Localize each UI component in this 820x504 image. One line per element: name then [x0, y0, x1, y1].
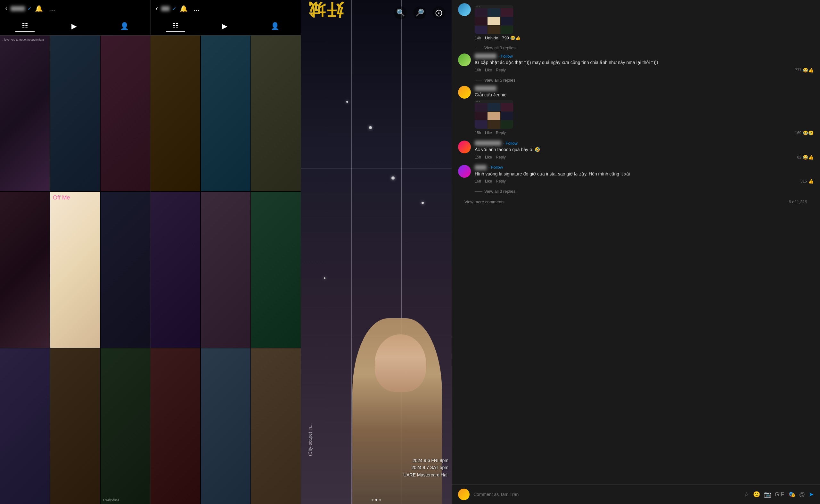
comment-4-like[interactable]: Like [485, 179, 492, 183]
left-grid-icon[interactable]: ☷ [15, 20, 35, 32]
comment-1-content: Nguyễn ... · Follow IG cập nhật ác độc t… [475, 53, 814, 73]
comment-4-text: Hình vuông là signature đó giờ của insta… [475, 171, 814, 177]
view-more-comments[interactable]: View more comments 6 of 1,319 [458, 197, 814, 207]
comment-2-dot-1 [476, 101, 477, 102]
comment-4-follow[interactable]: · Follow [489, 165, 503, 170]
thumb-dot-1 [476, 6, 477, 7]
comment-input[interactable] [474, 492, 740, 497]
thumb-grid [475, 8, 513, 34]
left-bell-icon[interactable]: 🔔 [35, 5, 43, 12]
thumb-c7 [475, 26, 487, 34]
grid-cell-5[interactable]: Off Me [50, 192, 100, 347]
comment-2-author-line: Nguyễn ... [475, 86, 814, 91]
view-replies-4[interactable]: View all 3 replies [475, 189, 814, 194]
first-comment-avatar [458, 3, 471, 16]
comment-3-follow[interactable]: · Follow [503, 141, 518, 146]
zoom-in-button[interactable]: 🔍 [394, 6, 407, 19]
comment-2-dot-2 [477, 101, 478, 102]
middle-more-icon[interactable]: … [193, 5, 200, 12]
grid-cell-8[interactable] [50, 348, 100, 504]
grid-cell-7[interactable] [0, 348, 50, 504]
left-photo-grid: I love You & Me in the moonlight Off Me … [0, 36, 150, 504]
left-more-icon[interactable]: … [49, 5, 55, 12]
comment-item-3: Chút ch...uiz · Follow Ác với anh taoooo… [458, 141, 814, 160]
comment-3-like[interactable]: Like [485, 155, 492, 159]
middle-reels-icon[interactable]: ▶ [215, 21, 234, 32]
thumb-c1 [475, 8, 487, 17]
unhide-button[interactable]: Unhide [485, 36, 498, 40]
thumb-dot-2 [477, 6, 478, 7]
view-more-count: 6 of 1,319 [789, 199, 807, 204]
comment-2-avatar-img [458, 86, 471, 99]
middle-grid-cell-4[interactable] [150, 192, 200, 347]
comment-item-first: 14h Unhide 799 😂👍 [458, 3, 814, 40]
c2-t4 [475, 112, 487, 120]
middle-grid-cell-1[interactable] [150, 36, 200, 191]
comment-2-text: Giải cứu Jennie [475, 92, 814, 98]
middle-back-button[interactable]: ‹ [156, 4, 158, 13]
left-username: official [11, 6, 25, 11]
grid-cell-6[interactable] [101, 192, 150, 347]
middle-photo-grid [150, 36, 301, 504]
camera-icon[interactable]: 📷 [764, 491, 771, 498]
comment-4-reply[interactable]: Reply [496, 179, 506, 183]
zoom-out-button[interactable]: 🔎 [413, 6, 426, 19]
first-comment-time: 14h [475, 36, 481, 40]
expanded-image-container: 城奸 (City-scape) in... 2024.9.6 FRI 8pm 2… [301, 0, 452, 504]
sparkle-5 [369, 126, 372, 129]
comments-panel: 14h Unhide 799 😂👍 View all 9 replies [452, 0, 820, 504]
middle-grid-cell-6[interactable] [251, 192, 301, 347]
middle-profile-icon[interactable]: 👤 [264, 21, 286, 32]
first-comment-meta: 14h Unhide 799 😂👍 [475, 36, 814, 40]
first-comment-thumbnail [475, 5, 513, 34]
middle-grid-cell-5[interactable] [201, 192, 250, 347]
fullscreen-button[interactable]: ⨀ [433, 6, 445, 19]
left-header: ‹ official ✓ 🔔 … [0, 0, 150, 17]
middle-grid-cell-9[interactable] [251, 348, 301, 504]
middle-grid-icon[interactable]: ☷ [166, 20, 185, 32]
comment-1-like[interactable]: Like [485, 68, 492, 72]
sticker-icon[interactable]: 🎭 [788, 491, 795, 498]
middle-bell-icon[interactable]: 🔔 [180, 5, 188, 12]
send-button[interactable]: ➤ [809, 491, 814, 498]
gif-icon[interactable]: GIF [775, 491, 784, 498]
comment-3-reply[interactable]: Reply [496, 155, 506, 159]
comment-2-content: Nguyễn ... Giải cứu Jennie [475, 86, 814, 136]
comment-3-author: Chút ch...uiz [475, 141, 501, 146]
comment-1-reply[interactable]: Reply [496, 68, 506, 72]
comment-2-thumb-top [475, 100, 513, 103]
left-profile-icon[interactable]: 👤 [114, 21, 135, 32]
grid-cell-4[interactable] [0, 192, 50, 347]
event-overlay: 2024.9.6 FRI 8pm 2024.9.7 SAT 5pm UARE M… [403, 457, 449, 478]
grid-cell-3[interactable] [101, 36, 150, 191]
middle-grid-cell-7[interactable] [150, 348, 200, 504]
comment-1-follow[interactable]: · Follow [499, 54, 513, 59]
comment-2-time: 15h [475, 131, 481, 135]
at-icon[interactable]: @ [799, 491, 805, 498]
grid-cell-2[interactable] [50, 36, 100, 191]
person-face [375, 334, 426, 392]
left-back-button[interactable]: ‹ [5, 4, 7, 13]
grid-cell-9[interactable]: I really like it [101, 348, 150, 504]
grid-cell-1[interactable]: I love You & Me in the moonlight [0, 36, 50, 191]
comment-item-4: H...lie · Follow Hình vuông là signature… [458, 165, 814, 184]
comment-2-reply[interactable]: Reply [496, 131, 506, 135]
middle-profile-name-group: wea ✓ [161, 6, 176, 12]
comment-2-like[interactable]: Like [485, 131, 492, 135]
emoji-icon[interactable]: 🙂 [753, 491, 760, 498]
comment-1-author: Nguyễn ... [475, 53, 497, 59]
thumb-mockup [475, 5, 513, 34]
comment-1-author-line: Nguyễn ... · Follow [475, 53, 814, 59]
star-icon[interactable]: ☆ [744, 491, 749, 498]
middle-grid-cell-2[interactable] [201, 36, 250, 191]
view-replies-first[interactable]: View all 9 replies [475, 45, 814, 50]
middle-grid-cell-8[interactable] [201, 348, 250, 504]
middle-grid-cell-3[interactable] [251, 36, 301, 191]
left-reels-icon[interactable]: ▶ [65, 21, 83, 32]
comment-4-avatar-img [458, 165, 471, 178]
view-more-label[interactable]: View more comments [465, 199, 505, 204]
view-replies-1[interactable]: View all 5 replies [475, 78, 814, 83]
comment-2-author: Nguyễn ... [475, 86, 497, 91]
comment-3-author-line: Chút ch...uiz · Follow [475, 141, 814, 146]
comment-3-meta: 15h Like Reply 82 😂👍 [475, 155, 814, 160]
